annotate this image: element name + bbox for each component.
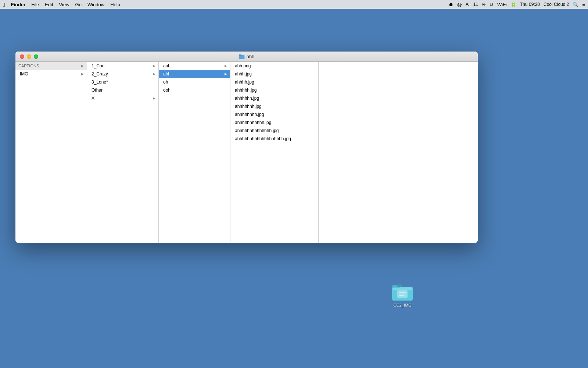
svg-rect-5: [393, 287, 412, 290]
list-item[interactable]: 2_Crazy ▶: [87, 70, 158, 78]
window-titlebar: ahh: [15, 52, 478, 62]
list-item[interactable]: ahhhhhhhhhhhhhhhhhhh.jpg: [230, 135, 318, 143]
record-icon: ⏺: [449, 2, 453, 7]
column-1: CAPTIONS ▶ IMG ▶: [15, 62, 87, 243]
minimize-button[interactable]: [27, 54, 31, 59]
search-icon[interactable]: 🔍: [573, 2, 578, 7]
adobe-icon: Ai: [466, 2, 470, 7]
chevron-icon: ▶: [153, 64, 155, 68]
item-label: ahhh.jpg: [235, 71, 315, 77]
cc2-img-folder-icon: [391, 283, 413, 301]
item-label: 1_Cool: [92, 63, 153, 68]
list-item[interactable]: ahh.png: [230, 62, 318, 70]
item-label: ahhhhhhhhhhhhhh.jpg: [235, 128, 315, 133]
chevron-icon: ▶: [81, 72, 84, 76]
list-item[interactable]: CAPTIONS ▶: [15, 62, 87, 70]
item-label: ahhhh.jpg: [235, 79, 315, 85]
folder-icon: [239, 54, 245, 59]
finder-window: ahh CAPTIONS ▶ IMG ▶ 1_Cool ▶ 2_Crazy ▶: [15, 52, 478, 243]
window-title: ahh: [239, 54, 255, 59]
item-label: IMG: [20, 71, 81, 77]
battery-icon: 🔋: [510, 2, 516, 7]
chevron-icon: ▶: [225, 64, 227, 68]
list-item[interactable]: 3_Lone*: [87, 78, 158, 86]
list-item[interactable]: ahhh.jpg: [230, 70, 318, 78]
menu-window[interactable]: Window: [87, 2, 104, 7]
maximize-button[interactable]: [34, 54, 38, 59]
desktop-icon-label: CC2_IMG: [394, 303, 412, 307]
control-center-icon[interactable]: ≡: [582, 2, 585, 7]
column-4: ahh.png ahhh.jpg ahhhh.jpg ahhhhh.jpg ah…: [230, 62, 319, 243]
menubar-left:  Finder File Edit View Go Window Help: [3, 1, 120, 8]
menu-go[interactable]: Go: [75, 2, 82, 7]
item-label: ahhhhh.jpg: [235, 88, 315, 93]
item-label: oh: [163, 79, 227, 85]
list-item[interactable]: ahhhh.jpg: [230, 78, 318, 86]
menu-bar:  Finder File Edit View Go Window Help ⏺…: [0, 0, 588, 9]
chevron-icon: ▶: [153, 72, 155, 76]
list-item[interactable]: Other: [87, 86, 158, 94]
column-3: aah ▶ ahh ▶ oh ooh: [159, 62, 230, 243]
list-item[interactable]: IMG ▶: [15, 70, 87, 78]
list-item[interactable]: ahhhhhhhhhhh.jpg: [230, 118, 318, 127]
item-label: aah: [163, 63, 225, 68]
time-machine-icon: ↺: [490, 2, 494, 7]
menu-edit[interactable]: Edit: [45, 2, 53, 7]
list-item[interactable]: ahhhhhh.jpg: [230, 94, 318, 102]
list-item[interactable]: X ▶: [87, 94, 158, 102]
list-item[interactable]: ahhhhhhh.jpg: [230, 102, 318, 110]
svg-rect-6: [397, 284, 402, 287]
at-icon: @: [457, 2, 462, 7]
list-item[interactable]: oh: [159, 78, 230, 86]
item-label: ooh: [163, 88, 227, 93]
apple-menu[interactable]: : [3, 1, 5, 8]
adobe-version: 11: [473, 2, 478, 7]
svg-rect-1: [239, 54, 241, 56]
menu-help[interactable]: Help: [110, 2, 120, 7]
desktop-icon-cc2img[interactable]: CC2_IMG: [388, 283, 417, 307]
item-label: CAPTIONS: [18, 64, 81, 68]
item-label: 2_Crazy: [92, 71, 153, 77]
wifi-icon: WiFi: [497, 2, 507, 7]
chevron-icon: ▶: [81, 64, 84, 68]
cloud-app-name: Cool Cloud 2: [544, 2, 569, 7]
list-item[interactable]: ahhhhh.jpg: [230, 86, 318, 94]
column-2: 1_Cool ▶ 2_Crazy ▶ 3_Lone* Other X ▶: [87, 62, 159, 243]
item-label: ahhhhhhhhhhhhhhhhhhh.jpg: [235, 136, 315, 141]
column-browser: CAPTIONS ▶ IMG ▶ 1_Cool ▶ 2_Crazy ▶ 3_Lo…: [15, 62, 478, 243]
traffic-lights: [20, 54, 38, 59]
chevron-icon: ▶: [153, 96, 155, 100]
menu-finder[interactable]: Finder: [11, 2, 25, 7]
menubar-right: ⏺ @ Ai 11 ✳ ↺ WiFi 🔋 Thu 09:20 Cool Clou…: [449, 2, 585, 7]
item-label: ahh.png: [235, 63, 315, 68]
list-item[interactable]: ahhhhhhhhhhhhhh.jpg: [230, 127, 318, 135]
item-label: Other: [92, 88, 155, 93]
item-label: ahhhhhhhh.jpg: [235, 112, 315, 117]
item-label: X: [92, 96, 153, 101]
item-label: ahhhhhh.jpg: [235, 96, 315, 101]
close-button[interactable]: [20, 54, 24, 59]
list-item[interactable]: 1_Cool ▶: [87, 62, 158, 70]
window-title-text: ahh: [247, 54, 255, 59]
list-item[interactable]: ahh ▶: [159, 70, 230, 78]
list-item[interactable]: aah ▶: [159, 62, 230, 70]
chevron-icon: ▶: [225, 72, 227, 76]
clock: Thu 09:20: [520, 2, 540, 7]
item-label: ahhhhhhhhhhh.jpg: [235, 120, 315, 125]
item-label: ahh: [163, 71, 225, 77]
list-item[interactable]: ooh: [159, 86, 230, 94]
column-5: [319, 62, 478, 243]
menu-file[interactable]: File: [31, 2, 39, 7]
list-item[interactable]: ahhhhhhhh.jpg: [230, 110, 318, 118]
item-label: ahhhhhhh.jpg: [235, 104, 315, 109]
item-label: 3_Lone*: [92, 79, 155, 85]
menu-view[interactable]: View: [59, 2, 69, 7]
bluetooth-icon: ✳: [482, 2, 486, 7]
